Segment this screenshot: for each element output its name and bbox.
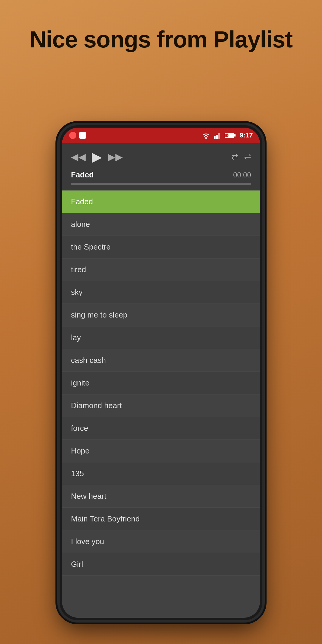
playlist-item[interactable]: the Spectre: [62, 236, 260, 258]
page-background: Nice songs from Playlist: [0, 0, 322, 644]
svg-rect-1: [214, 136, 216, 139]
notification-dot-icon: [69, 132, 76, 139]
svg-rect-3: [218, 133, 220, 139]
wifi-icon: [202, 132, 210, 139]
now-playing-title: Faded: [71, 170, 94, 179]
repeat-button[interactable]: ⇄: [231, 152, 238, 162]
playlist-item[interactable]: Diamond heart: [62, 394, 260, 417]
playlist-item[interactable]: Hope: [62, 440, 260, 462]
app-icon: [79, 132, 86, 139]
playlist-item[interactable]: sky: [62, 281, 260, 304]
playlist-item[interactable]: Faded: [62, 191, 260, 213]
status-bar: ⚡ 9:17: [62, 128, 260, 143]
playlist-item[interactable]: ignite: [62, 372, 260, 394]
player-controls: ◀◀ ▶ ▶▶ ⇄ ⇌: [62, 143, 260, 191]
svg-point-0: [205, 137, 207, 139]
status-right-icons: ⚡ 9:17: [202, 131, 253, 139]
phone-frame: ⚡ 9:17 ◀◀ ▶: [60, 125, 262, 620]
battery-icon: ⚡: [225, 132, 236, 139]
playlist-item[interactable]: force: [62, 417, 260, 440]
svg-rect-6: [234, 134, 236, 137]
playlist-item[interactable]: Girl: [62, 553, 260, 576]
playlist-item[interactable]: sing me to sleep: [62, 304, 260, 326]
controls-row: ◀◀ ▶ ▶▶ ⇄ ⇌: [71, 149, 251, 164]
play-icon: ▶: [92, 149, 102, 164]
play-button[interactable]: ▶: [92, 149, 102, 164]
playlist[interactable]: Fadedalonethe Spectretiredskysing me to …: [62, 191, 260, 617]
shuffle-icon: ⇌: [244, 152, 251, 161]
playlist-item[interactable]: I love you: [62, 530, 260, 553]
status-left-icons: [69, 132, 86, 139]
playlist-item[interactable]: tired: [62, 258, 260, 281]
svg-rect-4: [214, 132, 216, 134]
playlist-item[interactable]: lay: [62, 326, 260, 349]
playlist-item[interactable]: Main Tera Boyfriend: [62, 508, 260, 530]
app-screen: ◀◀ ▶ ▶▶ ⇄ ⇌: [62, 143, 260, 618]
playlist-item[interactable]: alone: [62, 213, 260, 236]
repeat-icon: ⇄: [231, 152, 238, 161]
svg-rect-2: [216, 135, 218, 139]
page-headline: Nice songs from Playlist: [0, 27, 322, 52]
now-playing-time: 00:00: [233, 171, 251, 179]
forward-icon: ▶▶: [108, 151, 123, 162]
rewind-icon: ◀◀: [71, 151, 86, 162]
progress-bar-container[interactable]: [71, 183, 251, 185]
phone-inner: ⚡ 9:17 ◀◀ ▶: [62, 128, 260, 618]
rewind-button[interactable]: ◀◀: [71, 151, 86, 162]
playlist-item[interactable]: 135: [62, 462, 260, 485]
playlist-item[interactable]: cash cash: [62, 349, 260, 372]
shuffle-button[interactable]: ⇌: [244, 152, 251, 162]
svg-text:⚡: ⚡: [227, 134, 230, 137]
forward-button[interactable]: ▶▶: [108, 151, 123, 162]
signal-icon: [214, 132, 221, 139]
status-time: 9:17: [240, 131, 253, 139]
now-playing-row: Faded 00:00: [71, 170, 251, 179]
playlist-item[interactable]: New heart: [62, 485, 260, 508]
